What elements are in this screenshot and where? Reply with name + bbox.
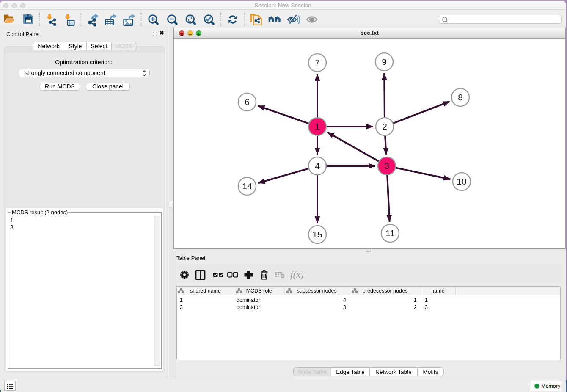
svg-text:10: 10 — [457, 177, 466, 186]
svg-text:successor nodes: successor nodes — [297, 288, 337, 294]
svg-text:6: 6 — [245, 97, 250, 107]
svg-text:3: 3 — [384, 161, 389, 171]
svg-text:2: 2 — [382, 121, 387, 131]
svg-text:9: 9 — [382, 57, 387, 66]
svg-text:8: 8 — [458, 92, 463, 102]
svg-text:f(x): f(x) — [290, 269, 304, 280]
svg-text:shared name: shared name — [190, 288, 221, 294]
svg-text:7: 7 — [315, 58, 320, 67]
svg-text:MCDS role: MCDS role — [246, 288, 272, 294]
svg-text:4: 4 — [315, 161, 320, 171]
svg-text:14: 14 — [242, 181, 252, 191]
svg-text:15: 15 — [312, 229, 322, 239]
svg-text:11: 11 — [385, 228, 395, 238]
svg-text:1: 1 — [315, 121, 320, 131]
svg-text:name: name — [431, 288, 444, 294]
svg-text:predecessor nodes: predecessor nodes — [363, 288, 407, 294]
